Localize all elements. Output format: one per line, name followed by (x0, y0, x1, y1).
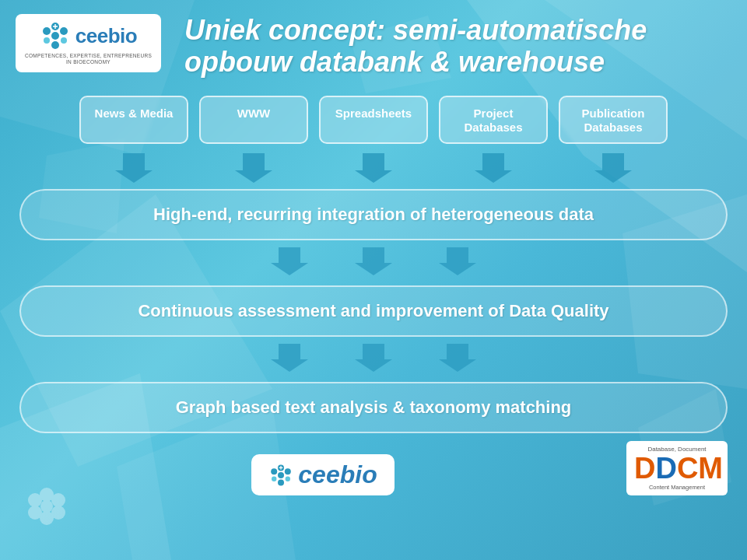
source-publication-db: PublicationDatabases (559, 96, 668, 144)
svg-point-10 (51, 32, 59, 40)
wide-arrows-1 (0, 243, 747, 282)
ddcm-letters: DDCM (634, 453, 720, 483)
wide-arrow-2c (439, 343, 476, 376)
wide-arrow-2b (355, 343, 392, 376)
flower-decoration (19, 479, 74, 537)
arrow-2 (199, 153, 308, 183)
ceebio-bottom-logo: ceebio (251, 454, 394, 495)
svg-marker-27 (271, 344, 308, 372)
svg-marker-22 (475, 153, 512, 183)
ceebio-bottom-text: ceebio (298, 460, 377, 489)
svg-point-33 (51, 493, 65, 507)
logo-top: ceebio (40, 20, 137, 51)
info-text-2: Continuous assessment and improvement of… (138, 301, 608, 320)
ddcm-d1: D (634, 452, 655, 485)
logo-tagline: COMPETENCES, EXPERTISE, ENTREPRENEURS IN… (25, 53, 152, 66)
svg-point-35 (51, 506, 65, 520)
sources-row: News & Media WWW Spreadsheets ProjectDat… (0, 89, 747, 150)
info-text-1: High-end, recurring integration of heter… (153, 205, 594, 224)
info-box-3: Graph based text analysis & taxonomy mat… (19, 382, 728, 433)
svg-marker-19 (115, 153, 153, 183)
svg-point-43 (286, 476, 290, 481)
svg-marker-28 (355, 344, 392, 372)
ddcm-m: M (698, 452, 723, 485)
svg-marker-24 (271, 247, 308, 275)
info-box-1: High-end, recurring integration of heter… (19, 189, 728, 240)
svg-point-34 (28, 506, 42, 520)
logo-text: ceebio (75, 26, 137, 46)
source-project-db: ProjectDatabases (439, 96, 548, 144)
svg-marker-23 (594, 153, 632, 183)
ceebio-bottom-icon (268, 463, 293, 488)
wide-arrow-1b (355, 247, 392, 279)
svg-marker-21 (355, 153, 392, 183)
wide-arrow-2a (271, 343, 308, 376)
ceebio-logo: ceebio COMPETENCES, EXPERTISE, ENTREPREN… (16, 14, 161, 72)
arrow-3 (319, 153, 428, 183)
svg-marker-26 (439, 247, 476, 275)
svg-point-13 (43, 27, 51, 35)
wide-arrows-2 (0, 340, 747, 379)
svg-marker-20 (235, 153, 272, 183)
source-spreadsheets: Spreadsheets (319, 96, 428, 144)
ddcm-c: C (677, 452, 698, 485)
title-area: Uniek concept: semi-automatische opbouw … (184, 14, 724, 79)
source-www: WWW (199, 96, 308, 144)
ddcm-d2: D (655, 452, 676, 485)
svg-point-12 (51, 41, 59, 49)
arrow-1 (79, 153, 188, 183)
svg-point-40 (272, 468, 278, 474)
arrow-4 (439, 153, 548, 183)
ceebio-icon (40, 20, 71, 51)
main-title: Uniek concept: semi-automatische opbouw … (184, 14, 724, 79)
svg-point-16 (61, 37, 67, 44)
wide-arrow-1a (271, 247, 308, 279)
svg-marker-25 (355, 247, 392, 275)
info-box-2: Continuous assessment and improvement of… (19, 285, 728, 337)
arrow-5 (559, 153, 668, 183)
main-content: ceebio COMPETENCES, EXPERTISE, ENTREPREN… (0, 0, 747, 560)
ddcm-subtitle: Content Management (634, 484, 720, 491)
svg-point-15 (44, 37, 50, 44)
info-text-3: Graph based text analysis & taxonomy mat… (176, 397, 572, 417)
svg-point-14 (60, 27, 68, 35)
source-news-media: News & Media (79, 96, 188, 144)
svg-point-39 (278, 479, 284, 485)
header: ceebio COMPETENCES, EXPERTISE, ENTREPREN… (0, 0, 747, 86)
source-arrows (0, 150, 747, 186)
wide-arrow-1c (439, 247, 476, 279)
ddcm-logo: Database, Document DDCM Content Manageme… (626, 441, 728, 495)
bottom-row: ceebio Database, Document DDCM Content M… (0, 436, 747, 503)
svg-point-42 (272, 476, 276, 481)
svg-point-36 (40, 500, 53, 513)
svg-point-32 (28, 493, 42, 507)
svg-point-37 (278, 472, 284, 478)
svg-point-41 (285, 468, 291, 474)
svg-marker-29 (439, 344, 476, 372)
